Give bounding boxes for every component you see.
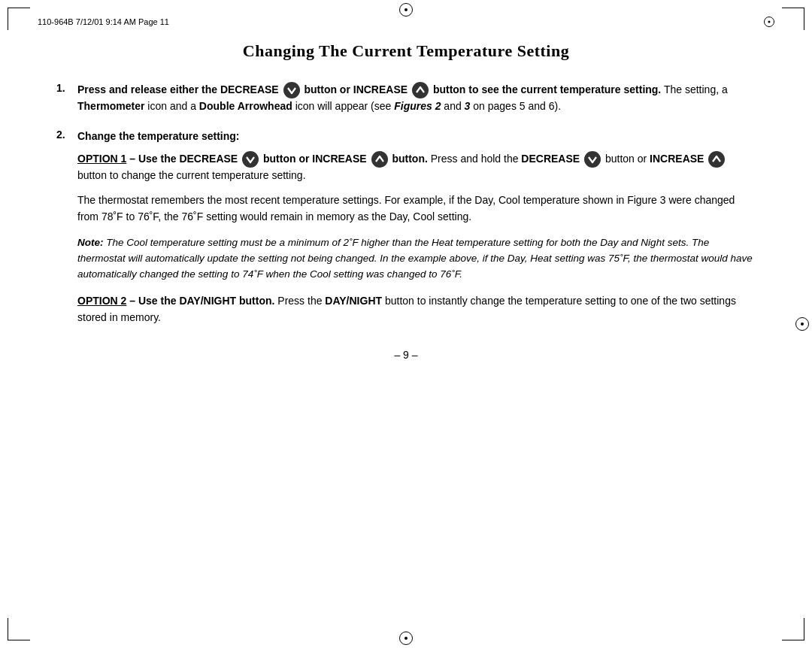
note-label: Note: bbox=[77, 237, 104, 248]
decrease-icon-3 bbox=[584, 151, 601, 168]
change-temp-label: Change the temperature setting: bbox=[77, 130, 239, 142]
reg-circle-bottom bbox=[399, 631, 413, 645]
option-2-text3: DAY/NIGHT bbox=[325, 295, 382, 307]
item-2-label: Change the temperature setting: bbox=[77, 129, 756, 145]
option-1-text1: – Use the DECREASE bbox=[126, 153, 238, 165]
option-1-text6: button to change the current temperature… bbox=[77, 169, 306, 181]
header-reg-circle bbox=[764, 17, 774, 27]
option-1-text2: button or INCREASE bbox=[263, 153, 367, 165]
option-2-label: OPTION 2 bbox=[77, 295, 126, 307]
option-2-block: OPTION 2 – Use the DAY/NIGHT button. Pre… bbox=[77, 293, 756, 326]
reg-circle-right bbox=[795, 317, 809, 331]
option-1-body: The thermostat remembers the most recent… bbox=[77, 192, 756, 226]
svg-point-2 bbox=[242, 151, 259, 168]
item-1-bold-1: Press and release either the DECREASE bbox=[77, 83, 279, 95]
item-2-number: 2. bbox=[56, 129, 71, 326]
item-1-bold-2: button or INCREASE bbox=[304, 83, 408, 95]
item-2-content: Change the temperature setting: OPTION 1… bbox=[77, 129, 756, 326]
item-1-number: 1. bbox=[56, 82, 71, 115]
increase-icon-1 bbox=[412, 82, 429, 98]
corner-mark-bl bbox=[8, 618, 30, 640]
svg-point-5 bbox=[708, 151, 725, 168]
increase-icon-2 bbox=[371, 151, 388, 168]
svg-point-3 bbox=[371, 151, 388, 168]
item-1-content: Press and release either the DECREASE bu… bbox=[77, 82, 756, 115]
item-1: 1. Press and release either the DECREASE… bbox=[56, 82, 756, 115]
svg-point-0 bbox=[283, 82, 300, 98]
option-1-text4: Press and hold the DECREASE bbox=[431, 153, 580, 165]
decrease-icon-2 bbox=[242, 151, 259, 168]
note-block: Note: The Cool temperature setting must … bbox=[77, 235, 756, 283]
option-2-text1: – Use the DAY/NIGHT button. bbox=[126, 295, 274, 307]
main-content: Changing The Current Temperature Setting… bbox=[56, 41, 756, 618]
option-1-block: OPTION 1 – Use the DECREASE button or IN… bbox=[77, 151, 756, 184]
svg-point-1 bbox=[412, 82, 429, 98]
item-1-bold-3: button to see the current temperature se… bbox=[433, 83, 661, 95]
svg-point-4 bbox=[584, 151, 601, 168]
corner-mark-tr bbox=[782, 8, 804, 30]
note-text: The Cool temperature setting must be a m… bbox=[77, 237, 753, 280]
corner-mark-br bbox=[782, 618, 804, 640]
option-2-text2: Press the bbox=[274, 295, 325, 307]
header-line: 110-964B 7/12/01 9:14 AM Page 11 bbox=[38, 17, 774, 27]
page-title: Changing The Current Temperature Setting bbox=[56, 41, 756, 61]
option-1-text5: button or INCREASE bbox=[605, 153, 704, 165]
item-2: 2. Change the temperature setting: OPTIO… bbox=[56, 129, 756, 326]
decrease-icon-1 bbox=[283, 82, 300, 98]
option-1-label: OPTION 1 bbox=[77, 153, 126, 165]
option-1-body-text: The thermostat remembers the most recent… bbox=[77, 194, 735, 223]
increase-icon-3 bbox=[708, 151, 725, 168]
header-text: 110-964B 7/12/01 9:14 AM Page 11 bbox=[38, 17, 758, 26]
page-number: – 9 – bbox=[56, 349, 756, 361]
corner-mark-tl bbox=[8, 8, 30, 30]
page: 110-964B 7/12/01 9:14 AM Page 11 Changin… bbox=[0, 0, 812, 648]
option-1-text3: button. bbox=[392, 153, 427, 165]
reg-circle-top bbox=[399, 3, 413, 17]
item-1-text: Press and release either the DECREASE bu… bbox=[77, 83, 728, 112]
